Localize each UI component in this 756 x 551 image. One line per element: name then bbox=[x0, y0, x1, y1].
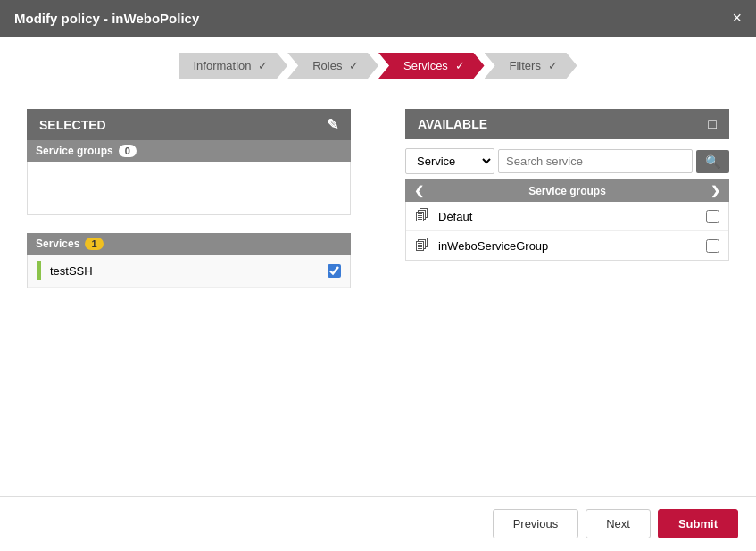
close-button[interactable]: × bbox=[732, 9, 742, 28]
list-item: 🗐 Défaut bbox=[406, 202, 728, 231]
submit-button[interactable]: Submit bbox=[658, 509, 738, 538]
step-services-checkmark: ✓ bbox=[455, 59, 465, 72]
search-row: Service Service group 🔍 bbox=[405, 148, 729, 174]
available-panel-icon: □ bbox=[708, 116, 717, 132]
selected-services-list: testSSH bbox=[27, 255, 351, 288]
list-item: testSSH bbox=[28, 255, 350, 288]
selected-services-section: Services 1 testSSH bbox=[27, 233, 351, 288]
search-button[interactable]: 🔍 bbox=[696, 150, 729, 173]
modal-header: Modify policy - inWeboPolicy × bbox=[0, 0, 756, 37]
step-information-checkmark: ✓ bbox=[258, 59, 268, 72]
item-checkbox[interactable] bbox=[706, 239, 719, 253]
step-information[interactable]: Information ✓ bbox=[179, 53, 287, 79]
selected-panel: SELECTED ✎ Service groups 0 Services 1 t… bbox=[27, 109, 351, 478]
folder-icon: 🗐 bbox=[415, 238, 429, 254]
available-items-list: 🗐 Défaut 🗐 inWeboServiceGroup bbox=[405, 202, 729, 261]
item-checkbox[interactable] bbox=[706, 210, 719, 223]
modal-title: Modify policy - inWeboPolicy bbox=[14, 11, 199, 26]
available-panel-title: AVAILABLE bbox=[418, 117, 487, 131]
step-services[interactable]: Services ✓ bbox=[378, 53, 484, 79]
step-services-label[interactable]: Services ✓ bbox=[378, 53, 484, 79]
step-roles[interactable]: Roles ✓ bbox=[287, 53, 378, 79]
panel-divider bbox=[378, 109, 378, 478]
available-section-label: Service groups bbox=[528, 185, 606, 197]
wizard-steps: Information ✓ Roles ✓ Services ✓ Filters… bbox=[0, 37, 756, 91]
next-arrow[interactable]: ❯ bbox=[710, 184, 720, 197]
available-section-bar: ❮ Service groups ❯ bbox=[405, 179, 729, 202]
search-input[interactable] bbox=[498, 149, 693, 173]
prev-arrow[interactable]: ❮ bbox=[414, 184, 424, 197]
selected-service-groups-count: 0 bbox=[119, 145, 137, 157]
modal-footer: Previous Next Submit bbox=[0, 496, 756, 551]
selected-services-count: 1 bbox=[85, 238, 103, 250]
selected-services-label: Services bbox=[36, 238, 79, 250]
selected-service-groups-content bbox=[27, 162, 351, 215]
step-filters-checkmark: ✓ bbox=[548, 59, 558, 72]
modal-body: SELECTED ✎ Service groups 0 Services 1 t… bbox=[0, 91, 756, 496]
available-panel: AVAILABLE □ Service Service group 🔍 ❮ Se… bbox=[405, 109, 729, 478]
selected-panel-title: SELECTED bbox=[39, 118, 106, 132]
selected-panel-header: SELECTED ✎ bbox=[27, 109, 351, 140]
service-type-select[interactable]: Service Service group bbox=[405, 148, 494, 174]
selected-service-groups-bar: Service groups 0 bbox=[27, 140, 351, 162]
service-color-indicator bbox=[37, 261, 41, 280]
next-button[interactable]: Next bbox=[586, 509, 651, 538]
step-filters-label[interactable]: Filters ✓ bbox=[485, 53, 577, 79]
selected-service-groups-label: Service groups bbox=[36, 145, 113, 157]
edit-icon: ✎ bbox=[327, 116, 338, 133]
service-checkbox[interactable] bbox=[328, 264, 341, 278]
step-information-label[interactable]: Information ✓ bbox=[179, 53, 287, 79]
service-name: testSSH bbox=[50, 264, 328, 278]
available-panel-header: AVAILABLE □ bbox=[405, 109, 729, 139]
step-roles-checkmark: ✓ bbox=[349, 59, 359, 72]
selected-services-bar: Services 1 bbox=[27, 233, 351, 255]
item-name: inWeboServiceGroup bbox=[438, 239, 697, 253]
item-name: Défaut bbox=[438, 210, 697, 223]
previous-button[interactable]: Previous bbox=[493, 509, 579, 538]
folder-icon: 🗐 bbox=[415, 208, 429, 224]
step-filters[interactable]: Filters ✓ bbox=[485, 53, 577, 79]
list-item: 🗐 inWeboServiceGroup bbox=[406, 231, 728, 260]
step-roles-label[interactable]: Roles ✓ bbox=[287, 53, 378, 79]
modal-container: Modify policy - inWeboPolicy × Informati… bbox=[0, 0, 756, 551]
